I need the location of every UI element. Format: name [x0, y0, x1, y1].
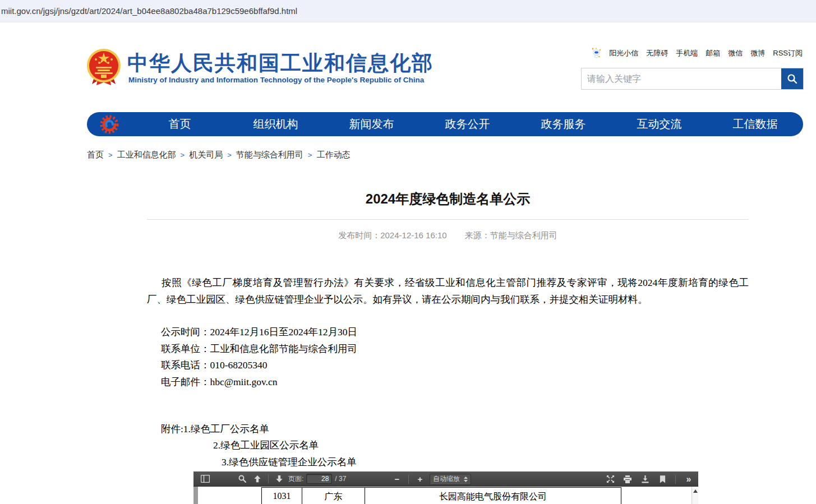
table-cell-province: 广东 [302, 488, 365, 504]
contact-block: 公示时间：2024年12月16日至2024年12月30日 联系单位：工业和信息化… [147, 324, 749, 390]
publicity-period: 公示时间：2024年12月16日至2024年12月30日 [161, 324, 749, 341]
pdf-table-row: 1031 广东 长园高能电气股份有限公司 [261, 487, 621, 504]
pdf-viewer: 页面: / 37 − + 自动缩放 [193, 471, 698, 504]
miit-gear-logo-icon [87, 114, 132, 135]
browser-url-bar[interactable]: miit.gov.cn/jgsj/jns/gzdt/art/2024/art_b… [0, 0, 816, 22]
download-icon[interactable] [639, 473, 651, 485]
toolbar-separator [408, 475, 409, 484]
quick-links: 阳光小信 无障碍 手机端 邮箱 微信 微博 RSS订阅 [592, 48, 803, 58]
zoom-mode-select[interactable]: 自动缩放 [430, 474, 471, 485]
article-title: 2024年度绿色制造名单公示 [147, 190, 749, 208]
breadcrumb-energy-dept[interactable]: 节能与综合利用司 [236, 150, 303, 160]
quick-link-rss[interactable]: RSS订阅 [773, 48, 803, 58]
nav-item-gov-disclosure[interactable]: 政务公开 [419, 117, 515, 132]
page-number-input[interactable] [306, 474, 332, 484]
contact-unit: 联系单位：工业和信息化部节能与综合利用司 [161, 341, 749, 358]
quick-link-mobile[interactable]: 手机端 [676, 48, 698, 58]
pdf-page: 1031 广东 长园高能电气股份有限公司 [198, 487, 691, 504]
site-subtitle: Ministry of Industry and Information Tec… [128, 76, 424, 84]
attachments-list: 附件:1.绿色工厂公示名单 2.绿色工业园区公示名单 3.绿色供应链管理企业公示… [147, 421, 749, 470]
pdf-search-icon[interactable] [236, 473, 248, 485]
main-nav: 首页 组织机构 新闻发布 政务公开 政务服务 互动交流 工信数据 [87, 112, 803, 136]
nav-item-organization[interactable]: 组织机构 [228, 117, 324, 132]
attachment-green-industrial-park[interactable]: 2.绿色工业园区公示名单 [147, 437, 749, 454]
pdf-content-area: 1031 广东 长园高能电气股份有限公司 [193, 487, 698, 504]
breadcrumb-separator-icon: > [108, 151, 113, 159]
page-up-icon[interactable] [251, 473, 264, 485]
quick-link-accessibility[interactable]: 无障碍 [646, 48, 668, 58]
attachment-green-supply-chain[interactable]: 3.绿色供应链管理企业公示名单 [147, 454, 749, 470]
page-total: / 37 [335, 475, 346, 483]
nav-item-home[interactable]: 首页 [132, 117, 228, 132]
pdf-toolbar: 页面: / 37 − + 自动缩放 [193, 471, 698, 487]
sidebar-toggle-icon[interactable] [199, 473, 211, 485]
assistant-robot-icon[interactable] [592, 48, 601, 58]
select-arrows-icon [464, 477, 468, 482]
quick-link-mailbox[interactable]: 邮箱 [706, 48, 720, 58]
nav-item-data[interactable]: 工信数据 [707, 117, 803, 132]
article-meta: 发布时间：2024-12-16 16:10 来源：节能与综合利用司 [147, 230, 749, 241]
page-label: 页面: [288, 474, 303, 484]
zoom-in-button[interactable]: + [414, 473, 426, 485]
breadcrumb-departments[interactable]: 机关司局 [189, 150, 223, 160]
national-emblem-icon [86, 48, 121, 86]
site-title: 中华人民共和国工业和信息化部 [127, 49, 434, 77]
nav-item-gov-services[interactable]: 政务服务 [515, 117, 611, 132]
search-box [581, 68, 804, 90]
breadcrumb-separator-icon: > [181, 151, 185, 159]
quick-link-assistant[interactable]: 阳光小信 [609, 48, 638, 58]
zoom-mode-value: 自动缩放 [433, 474, 460, 484]
publish-time: 发布时间：2024-12-16 16:10 [338, 230, 446, 240]
more-tools-button[interactable]: » [683, 473, 695, 485]
article-paragraph: 按照《绿色工厂梯度培育及管理暂行办法》有关要求，经省级工业和信息化主管部门推荐及… [147, 275, 749, 308]
toolbar-separator [268, 474, 269, 483]
quick-link-weibo[interactable]: 微博 [750, 48, 765, 58]
presentation-mode-icon[interactable] [604, 473, 616, 485]
bookmark-icon[interactable] [656, 473, 669, 485]
breadcrumb: 首页 > 工业和信息化部 > 机关司局 > 节能与综合利用司 > 工作动态 [87, 150, 350, 160]
attachment-green-factory[interactable]: 附件:1.绿色工厂公示名单 [147, 421, 749, 437]
nav-item-interaction[interactable]: 互动交流 [611, 117, 707, 132]
breadcrumb-work-updates[interactable]: 工作动态 [316, 150, 350, 160]
breadcrumb-home[interactable]: 首页 [87, 150, 104, 160]
breadcrumb-separator-icon: > [227, 151, 232, 159]
quick-link-wechat[interactable]: 微信 [728, 48, 743, 58]
breadcrumb-separator-icon: > [308, 151, 312, 159]
zoom-out-button[interactable]: − [391, 473, 403, 485]
search-button[interactable] [781, 68, 803, 89]
table-cell-number: 1031 [261, 488, 302, 504]
scroll-up-icon[interactable] [693, 489, 698, 493]
screen: miit.gov.cn/jgsj/jns/gzdt/art/2024/art_b… [0, 0, 816, 504]
contact-email: 电子邮件：hbc@miit.gov.cn [161, 374, 749, 391]
contact-phone: 联系电话：010-68205340 [161, 357, 749, 374]
nav-item-news[interactable]: 新闻发布 [324, 117, 419, 132]
print-icon[interactable] [621, 473, 634, 485]
title-divider [147, 219, 749, 220]
search-icon [787, 73, 798, 85]
toolbar-separator [675, 475, 676, 484]
pdf-scrollbar[interactable] [691, 487, 698, 504]
article-source: 来源：节能与综合利用司 [465, 230, 557, 240]
table-cell-company: 长园高能电气股份有限公司 [365, 488, 621, 504]
breadcrumb-miit[interactable]: 工业和信息化部 [117, 150, 176, 160]
search-input[interactable] [582, 68, 781, 89]
page-down-icon[interactable] [273, 473, 285, 485]
